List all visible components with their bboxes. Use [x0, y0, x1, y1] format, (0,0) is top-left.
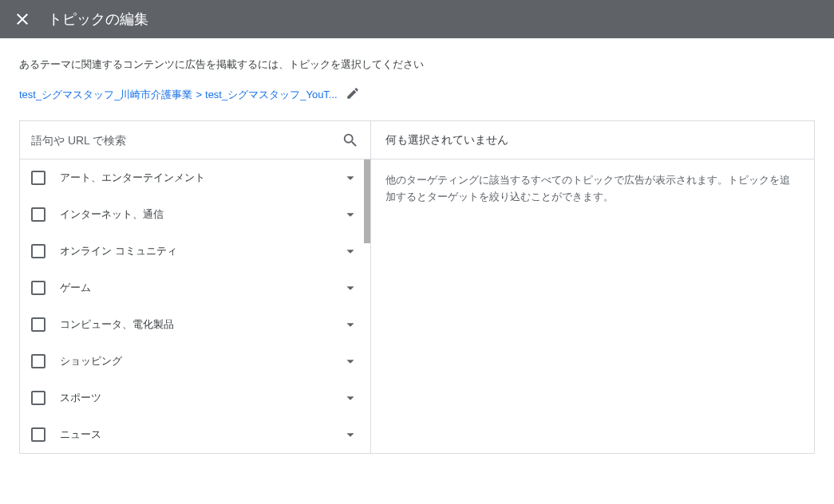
topic-checkbox[interactable]: [31, 281, 45, 295]
search-icon[interactable]: [342, 132, 359, 149]
modal-header: トピックの編集: [0, 0, 834, 38]
selection-panel: 何も選択されていません 他のターゲティングに該当するすべてのトピックで広告が表示…: [371, 121, 814, 453]
topic-checkbox[interactable]: [31, 317, 45, 332]
topics-panel: アート、エンターテインメント インターネット、通信 オンライン コミュニティ ゲ…: [20, 121, 371, 453]
breadcrumb: test_シグマスタッフ_川崎市介護事業 > test_シグマスタッフ_YouT…: [19, 86, 815, 103]
panels: アート、エンターテインメント インターネット、通信 オンライン コミュニティ ゲ…: [19, 120, 815, 454]
breadcrumb-link-adgroup[interactable]: test_シグマスタッフ_YouT...: [205, 88, 338, 102]
selection-header: 何も選択されていません: [371, 121, 814, 159]
chevron-down-icon[interactable]: [342, 426, 359, 443]
close-icon: [17, 14, 28, 25]
topic-list: アート、エンターテインメント インターネット、通信 オンライン コミュニティ ゲ…: [20, 159, 370, 453]
topic-label: スポーツ: [60, 391, 342, 405]
topic-label: ショッピング: [60, 354, 342, 368]
scrollbar-thumb[interactable]: [364, 159, 370, 243]
topic-item: ショッピング: [20, 343, 370, 380]
content-area: あるテーマに関連するコンテンツに広告を掲載するには、トピックを選択してください …: [0, 38, 834, 454]
topic-checkbox[interactable]: [31, 354, 45, 368]
topic-checkbox[interactable]: [31, 391, 45, 405]
breadcrumb-link-campaign[interactable]: test_シグマスタッフ_川崎市介護事業: [19, 88, 192, 102]
breadcrumb-separator: >: [192, 89, 205, 100]
topic-checkbox[interactable]: [31, 427, 45, 442]
topic-label: ゲーム: [60, 281, 342, 295]
topic-item: オンライン コミュニティ: [20, 233, 370, 270]
selection-empty-text: 他のターゲティングに該当するすべてのトピックで広告が表示されます。トピックを追加…: [371, 159, 814, 219]
chevron-down-icon[interactable]: [342, 279, 359, 297]
chevron-down-icon[interactable]: [342, 206, 359, 223]
chevron-down-icon[interactable]: [342, 169, 359, 187]
page-title: トピックの編集: [48, 10, 148, 29]
topic-item: ニュース: [20, 416, 370, 453]
topic-checkbox[interactable]: [31, 207, 45, 222]
topic-label: コンピュータ、電化製品: [60, 317, 342, 332]
chevron-down-icon[interactable]: [342, 242, 359, 260]
topic-label: インターネット、通信: [60, 207, 342, 222]
topic-label: オンライン コミュニティ: [60, 244, 342, 258]
topic-label: ニュース: [60, 427, 342, 442]
topic-item: インターネット、通信: [20, 196, 370, 233]
topic-item: コンピュータ、電化製品: [20, 306, 370, 343]
intro-text: あるテーマに関連するコンテンツに広告を掲載するには、トピックを選択してください: [19, 57, 815, 72]
topic-item: アート、エンターテインメント: [20, 159, 370, 196]
search-row: [20, 121, 370, 159]
topic-checkbox[interactable]: [31, 171, 45, 185]
topic-item: ゲーム: [20, 270, 370, 306]
edit-breadcrumb-button[interactable]: [346, 86, 360, 103]
pencil-icon: [346, 86, 360, 100]
chevron-down-icon[interactable]: [342, 316, 359, 333]
chevron-down-icon[interactable]: [342, 352, 359, 370]
search-input[interactable]: [31, 134, 342, 147]
topic-label: アート、エンターテインメント: [60, 171, 342, 185]
close-button[interactable]: [13, 10, 32, 29]
topic-item: スポーツ: [20, 380, 370, 416]
topic-checkbox[interactable]: [31, 244, 45, 258]
chevron-down-icon[interactable]: [342, 389, 359, 407]
